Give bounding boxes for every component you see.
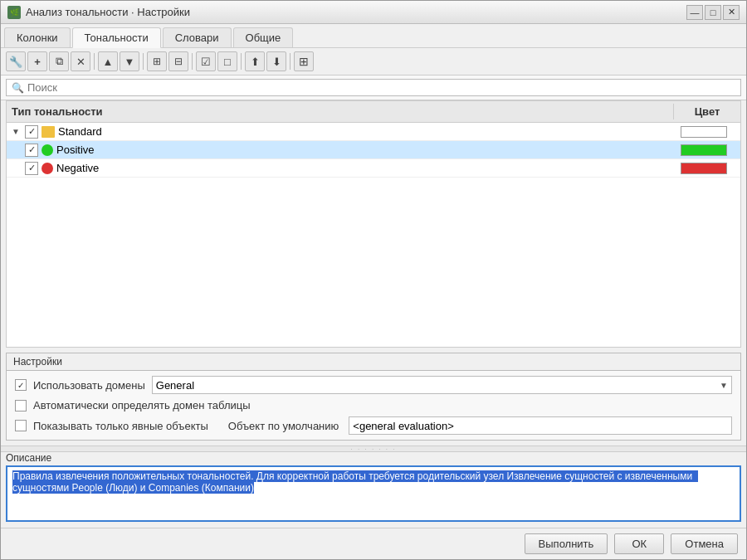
description-section: Описание Правила извлечения положительны… [6, 452, 741, 524]
checkbox-standard[interactable] [25, 125, 38, 139]
action6-button[interactable]: ⊞ [147, 51, 167, 71]
row-main-standard: ▼ Standard [7, 124, 674, 140]
search-bar: 🔍 [1, 75, 746, 100]
row-label-standard: Standard [58, 125, 102, 138]
default-object-input[interactable] [349, 416, 732, 435]
settings-body: Использовать домены General ▼ Автоматиче… [7, 371, 740, 440]
cancel-button[interactable]: Отмена [671, 533, 738, 554]
ok-button[interactable]: ОК [614, 533, 664, 554]
sep3 [192, 53, 193, 70]
sep1 [94, 53, 95, 70]
tab-columns[interactable]: Колонки [4, 27, 71, 47]
label-use-domains: Использовать домены [33, 379, 145, 392]
settings-row-auto-detect: Автоматически определять домен таблицы [15, 399, 732, 411]
domains-value: General [156, 379, 194, 392]
desc-textarea[interactable]: Правила извлечения положительных тональн… [6, 465, 741, 522]
main-window: 🌿 Анализ тональности · Настройки — □ ✕ К… [0, 0, 747, 560]
footer: Выполнить ОК Отмена [1, 528, 746, 559]
settings-row-show-explicit: Показывать только явные объекты Объект п… [15, 416, 732, 435]
sep2 [143, 53, 144, 70]
maximize-button[interactable]: □ [705, 5, 721, 20]
rect-button[interactable]: □ [217, 51, 237, 71]
settings-title: Настройки [7, 353, 740, 371]
expand-arrow-standard[interactable]: ▼ [10, 126, 22, 138]
check-button[interactable]: ☑ [196, 51, 216, 71]
label-auto-detect: Автоматически определять домен таблицы [33, 399, 251, 411]
checkbox-auto-detect[interactable] [15, 400, 27, 411]
label-default-object: Объект по умолчанию [228, 420, 339, 432]
table-row[interactable]: ▼ Standard [7, 123, 740, 141]
add-button[interactable]: + [27, 51, 47, 71]
row-main-negative: Negative [7, 160, 674, 177]
tab-tonality[interactable]: Тональности [72, 27, 161, 48]
settings-section: Настройки Использовать домены General ▼ … [6, 353, 741, 441]
settings-row-domains: Использовать домены General ▼ [15, 376, 732, 394]
resize-handle[interactable]: · · · · · · · [1, 446, 746, 452]
desc-label: Описание [6, 452, 741, 464]
upload-button[interactable]: ⬆ [245, 51, 265, 71]
delete-button[interactable]: ✕ [71, 51, 90, 71]
color-swatch-positive [681, 144, 727, 156]
table-row[interactable]: Positive [7, 141, 740, 159]
checkbox-show-explicit[interactable] [15, 420, 27, 431]
window-title: Анализ тональности · Настройки [26, 6, 686, 18]
search-input-wrap: 🔍 [6, 79, 741, 96]
checkbox-negative[interactable] [25, 162, 38, 175]
action7-button[interactable]: ⊟ [168, 51, 188, 71]
close-button[interactable]: ✕ [723, 5, 740, 20]
window-controls: — □ ✕ [686, 5, 740, 20]
row-color-standard [674, 124, 740, 139]
folder-icon [42, 126, 55, 138]
dropdown-arrow-icon: ▼ [720, 381, 728, 390]
row-color-negative [674, 161, 740, 176]
move-up-button[interactable]: ▲ [98, 51, 118, 71]
search-input[interactable] [27, 81, 735, 94]
tab-dictionaries[interactable]: Словари [163, 27, 232, 47]
toolbar: 🔧 + ⧉ ✕ ▲ ▼ ⊞ ⊟ ☑ □ ⬆ ⬇ ⊞ [1, 48, 746, 75]
label-show-explicit: Показывать только явные объекты [33, 420, 208, 432]
header-color: Цвет [674, 104, 740, 119]
wrench-button[interactable]: 🔧 [6, 51, 26, 71]
domains-dropdown[interactable]: General ▼ [152, 376, 732, 394]
move-down-button[interactable]: ▼ [120, 51, 139, 71]
tonality-list: Тип тональности Цвет ▼ Standard Positive [6, 100, 741, 348]
color-swatch-negative [681, 163, 727, 174]
execute-button[interactable]: Выполнить [525, 533, 608, 554]
checkbox-use-domains[interactable] [15, 379, 27, 391]
copy-button[interactable]: ⧉ [49, 51, 69, 71]
header-type: Тип тональности [7, 104, 674, 119]
sep4 [241, 53, 242, 70]
app-icon: 🌿 [7, 6, 21, 19]
positive-icon [42, 144, 53, 156]
sep5 [290, 53, 290, 70]
row-label-negative: Negative [56, 162, 99, 174]
checkbox-positive[interactable] [25, 144, 38, 157]
row-label-positive: Positive [56, 144, 95, 156]
list-header: Тип тональности Цвет [7, 101, 740, 123]
search-icon: 🔍 [12, 82, 24, 94]
tab-general[interactable]: Общие [233, 27, 294, 47]
row-main-positive: Positive [7, 142, 674, 158]
download-button[interactable]: ⬇ [266, 51, 286, 71]
grid-view-button[interactable]: ⊞ [294, 51, 314, 71]
table-row[interactable]: Negative [7, 159, 740, 178]
title-bar: 🌿 Анализ тональности · Настройки — □ ✕ [1, 1, 746, 24]
tab-bar: Колонки Тональности Словари Общие [1, 24, 746, 48]
color-swatch-standard [681, 126, 727, 138]
row-color-positive [674, 143, 740, 158]
negative-icon [42, 163, 53, 174]
minimize-button[interactable]: — [686, 5, 703, 20]
